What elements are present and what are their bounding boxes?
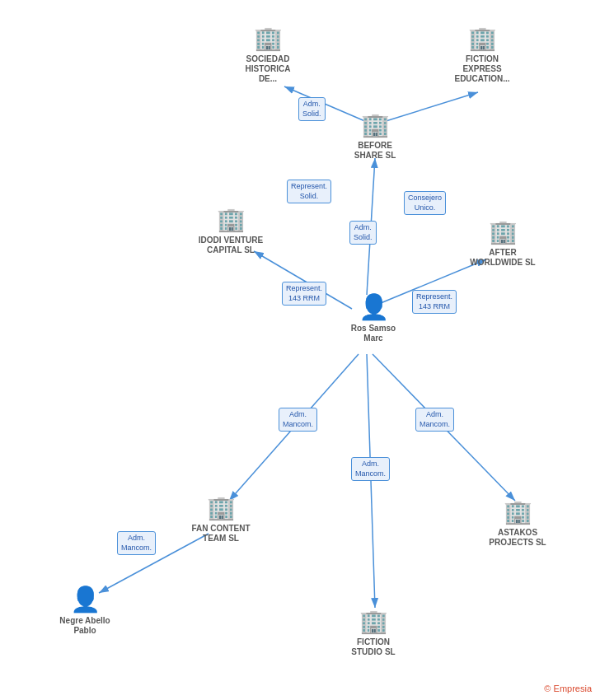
watermark-copyright: © — [544, 684, 551, 693]
relation-adm-mancom-right: Adm.Mancom. — [415, 408, 454, 432]
node-after-worldwide: 🏢 AFTER WORLDWIDE SL — [470, 218, 536, 268]
watermark-text: mpresia — [560, 684, 592, 693]
node-fan-content: 🏢 FAN CONTENT TEAM SL — [188, 494, 254, 544]
watermark-brand: E — [554, 684, 560, 693]
relation-adm-mancom-fan: Adm.Mancom. — [117, 531, 156, 555]
relation-adm-mancom-left: Adm.Mancom. — [279, 408, 317, 432]
relation-adm-solid-2: Adm.Solid. — [349, 221, 377, 245]
node-negre-abello: 👤 Negre Abello Pablo — [56, 585, 114, 636]
node-fiction-express: 🏢 FICTION EXPRESS EDUCATION... — [449, 25, 515, 84]
person-icon-ros-samso: 👤 — [359, 292, 389, 321]
label-fan-content: FAN CONTENT TEAM SL — [188, 524, 254, 544]
building-icon-before-share: 🏢 — [361, 111, 390, 138]
node-astakos: 🏢 ASTAKOS PROJECTS SL — [485, 498, 551, 548]
label-idodi: IDODI VENTURE CAPITAL SL — [198, 236, 264, 255]
building-icon-fiction-studio: 🏢 — [359, 608, 388, 635]
building-icon-astakos: 🏢 — [504, 498, 532, 525]
label-negre-abello: Negre Abello Pablo — [56, 616, 114, 636]
building-icon-fan-content: 🏢 — [207, 494, 236, 521]
relation-represent-143-right: Represent.143 RRM — [412, 290, 457, 314]
relation-represent-143-left: Represent.143 RRM — [282, 282, 326, 306]
relation-adm-solid-1: Adm.Solid. — [298, 97, 326, 121]
person-icon-negre-abello: 👤 — [70, 585, 101, 614]
building-icon-sociedad: 🏢 — [254, 25, 283, 52]
label-astakos: ASTAKOS PROJECTS SL — [485, 528, 551, 548]
label-ros-samso: Ros Samso Marc — [345, 324, 402, 343]
label-after-worldwide: AFTER WORLDWIDE SL — [470, 248, 536, 268]
relation-adm-mancom-center: Adm.Mancom. — [351, 457, 390, 481]
node-idodi: 🏢 IDODI VENTURE CAPITAL SL — [198, 206, 264, 255]
building-icon-after-worldwide: 🏢 — [489, 218, 518, 245]
building-icon-fiction-express: 🏢 — [468, 25, 497, 52]
building-icon-idodi: 🏢 — [217, 206, 246, 233]
node-ros-samso: 👤 Ros Samso Marc — [345, 292, 402, 343]
label-fiction-express: FICTION EXPRESS EDUCATION... — [449, 54, 515, 84]
node-sociedad: 🏢 SOCIEDAD HISTORICA DE... — [239, 25, 297, 84]
node-fiction-studio: 🏢 FICTION STUDIO SL — [345, 608, 402, 657]
watermark: © Empresia — [544, 684, 592, 693]
label-fiction-studio: FICTION STUDIO SL — [345, 637, 402, 657]
label-before-share: BEFORE SHARE SL — [346, 141, 404, 161]
relation-represent-solid: Represent.Solid. — [287, 180, 331, 203]
node-before-share: 🏢 BEFORE SHARE SL — [346, 111, 404, 161]
diagram: 🏢 SOCIEDAD HISTORICA DE... 🏢 FICTION EXP… — [0, 0, 600, 700]
relation-consejero-unico: ConsejeroUnico. — [404, 191, 446, 215]
label-sociedad: SOCIEDAD HISTORICA DE... — [239, 54, 297, 84]
